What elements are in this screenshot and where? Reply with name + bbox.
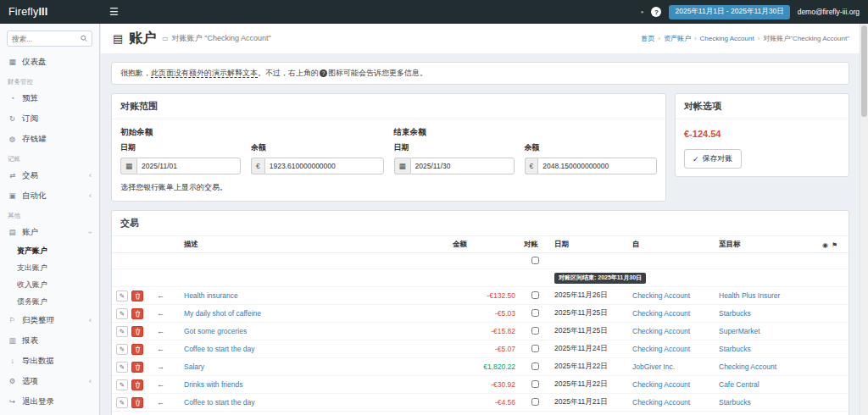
edit-transaction-button[interactable]: ✎ — [116, 397, 128, 408]
delete-transaction-button[interactable] — [131, 362, 143, 373]
destination-account-link[interactable]: Checking Account — [719, 362, 776, 371]
reconcile-checkbox[interactable] — [531, 398, 539, 406]
source-account-link[interactable]: Checking Account — [632, 380, 690, 389]
transaction-description-link[interactable]: Health insurance — [184, 291, 238, 300]
scrollbar-thumb[interactable] — [861, 25, 867, 117]
transaction-description-link[interactable]: Got some groceries — [184, 327, 247, 335]
sidebar-item-subscriptions[interactable]: ↻订阅 — [0, 108, 99, 129]
delete-transaction-button[interactable] — [131, 379, 143, 390]
user-menu[interactable]: demo@firefly-iii.org — [798, 8, 860, 16]
edit-transaction-button[interactable]: ✎ — [116, 379, 128, 390]
sidebar-item-expense-accounts[interactable]: 支出账户 — [0, 259, 99, 276]
callout-underlined-text[interactable]: 此页面没有额外的演示解释文本 — [151, 69, 258, 77]
sidebar-item-budgets[interactable]: ◔预算 — [0, 88, 99, 108]
start-balance-input[interactable] — [264, 158, 384, 174]
delete-transaction-button[interactable] — [131, 344, 143, 355]
transaction-description-link[interactable]: Drinks with friends — [184, 380, 242, 389]
globe-icon[interactable]: ◉ — [822, 241, 828, 249]
reconcile-checkbox[interactable] — [531, 309, 539, 317]
reconcile-checkbox[interactable] — [531, 345, 539, 352]
sidebar-item-dashboard[interactable]: ▦仪表盘 — [0, 52, 99, 72]
reconcile-checkbox[interactable] — [531, 362, 539, 370]
callout-text: 图标可能会告诉您更多信息。 — [328, 69, 427, 77]
destination-account-link[interactable]: Health Plus Insurer — [719, 291, 780, 300]
source-account-link[interactable]: Checking Account — [632, 398, 690, 407]
pencil-icon: ✎ — [120, 328, 125, 335]
transaction-description-link[interactable]: Coffee to start the day — [184, 398, 254, 407]
source-account-link[interactable]: Checking Account — [632, 309, 690, 318]
sidebar-item-automation[interactable]: ▣自动化‹ — [0, 185, 99, 206]
sidebar-item-classification[interactable]: ⚐归类整理‹ — [0, 310, 99, 330]
chevron-left-icon: ‹ — [89, 317, 92, 324]
reconcile-checkbox[interactable] — [531, 380, 539, 388]
difference-amount: €-124.54 — [684, 129, 840, 139]
sidebar-item-options[interactable]: ⚙选项‹ — [0, 371, 99, 391]
end-balance-input[interactable] — [537, 158, 657, 174]
reconcile-checkbox[interactable] — [531, 327, 539, 335]
search-input[interactable] — [12, 35, 81, 43]
reconcile-checkbox[interactable] — [531, 291, 539, 299]
destination-account-link[interactable]: Cafe Central — [719, 380, 760, 389]
help-icon[interactable]: ? — [651, 7, 661, 17]
transaction-date: 2025年11月26日 — [554, 290, 608, 299]
dashboard-icon: ▦ — [8, 58, 17, 66]
date-range-button[interactable]: 2025年11月1日 - 2025年11月30日 — [669, 5, 789, 19]
start-date-input[interactable] — [136, 158, 241, 174]
brand-logo[interactable]: FireflyIII — [0, 6, 100, 18]
exchange-icon: ⇄ — [8, 171, 17, 180]
breadcrumb-asset-accounts-link[interactable]: 资产账户 — [664, 34, 691, 43]
table-row: ✎ ← Coffee to start the day -€5.07 2025年… — [112, 340, 849, 358]
destination-account-link[interactable]: Starbucks — [719, 345, 751, 353]
select-all-row — [112, 253, 849, 269]
transactions-table: 描述 金额 对账 日期 自 至目标 ◉⚑ — [112, 236, 849, 415]
credit-card-icon: ▤ — [113, 32, 123, 45]
destination-account-link[interactable]: SuperMarket — [719, 327, 760, 335]
delete-transaction-button[interactable] — [131, 397, 143, 408]
pencil-icon: ✎ — [120, 292, 125, 300]
sidebar-item-label: 报表 — [22, 335, 38, 346]
source-account-link[interactable]: JobGiver Inc. — [632, 362, 675, 371]
source-account-link[interactable]: Checking Account — [632, 345, 690, 353]
select-all-checkbox[interactable] — [531, 257, 539, 264]
source-account-link[interactable]: Checking Account — [632, 327, 690, 335]
transaction-description-link[interactable]: Coffee to start the day — [184, 345, 254, 353]
sidebar-item-reports[interactable]: ▥报表 — [0, 330, 99, 351]
direction-arrow-icon: ← — [157, 380, 164, 389]
navbar-right: ● ? 2025年11月1日 - 2025年11月30日 demo@firefl… — [641, 5, 868, 19]
edit-transaction-button[interactable]: ✎ — [116, 344, 128, 355]
breadcrumb-home-link[interactable]: 首页 — [641, 34, 654, 43]
reconcile-options-box: 对帐选项 €-124.54 ✓ 保存对账 — [675, 93, 849, 177]
trash-icon — [135, 363, 141, 371]
demo-info-callout: 很抱歉，此页面没有额外的演示解释文本。不过，右上角的?图标可能会告诉您更多信息。 — [111, 62, 849, 85]
flag-icon[interactable]: ⚑ — [832, 241, 837, 249]
delete-transaction-button[interactable] — [131, 308, 143, 319]
destination-account-link[interactable]: Starbucks — [719, 398, 751, 407]
end-balance-label: 结束余额 — [394, 127, 658, 138]
delete-transaction-button[interactable] — [131, 290, 143, 302]
transaction-description-link[interactable]: Salary — [184, 362, 204, 371]
edit-transaction-button[interactable]: ✎ — [116, 326, 128, 337]
sidebar-item-revenue-accounts[interactable]: 收入账户 — [0, 276, 99, 293]
source-account-link[interactable]: Checking Account — [632, 291, 690, 300]
edit-transaction-button[interactable]: ✎ — [116, 290, 128, 302]
save-reconciliation-button[interactable]: ✓ 保存对账 — [684, 149, 742, 169]
transaction-description-link[interactable]: My daily shot of caffeine — [184, 309, 261, 318]
sidebar-toggle-icon[interactable]: ☰ — [100, 6, 128, 18]
sidebar-item-asset-accounts[interactable]: 资产账户 — [0, 242, 99, 259]
sidebar-item-logout[interactable]: ↪退出登录 — [0, 391, 99, 412]
edit-transaction-button[interactable]: ✎ — [116, 308, 128, 319]
sidebar-item-transactions[interactable]: ⇄交易‹ — [0, 165, 99, 185]
edit-transaction-button[interactable]: ✎ — [116, 362, 128, 373]
delete-transaction-button[interactable] — [131, 326, 143, 337]
sidebar-item-liabilities[interactable]: 债务账户 — [0, 293, 99, 310]
sidebar-item-piggy-banks[interactable]: ◍存钱罐 — [0, 129, 99, 149]
transactions-body: 对账区间结束: 2025年11月30日 ✎ ← Health insurance… — [112, 253, 849, 415]
sidebar-item-export-data[interactable]: ↓导出数据 — [0, 351, 99, 371]
range-marker-row: 对账区间结束: 2025年11月30日 — [112, 269, 849, 287]
sidebar-item-label: 预算 — [22, 93, 38, 104]
end-date-input[interactable] — [410, 158, 515, 174]
destination-account-link[interactable]: Starbucks — [719, 309, 751, 318]
breadcrumb-account-link[interactable]: Checking Account — [700, 35, 754, 42]
callout-text: 。不过，右上角的 — [258, 69, 319, 77]
sidebar-item-accounts[interactable]: ▤账户‹ — [0, 222, 99, 242]
